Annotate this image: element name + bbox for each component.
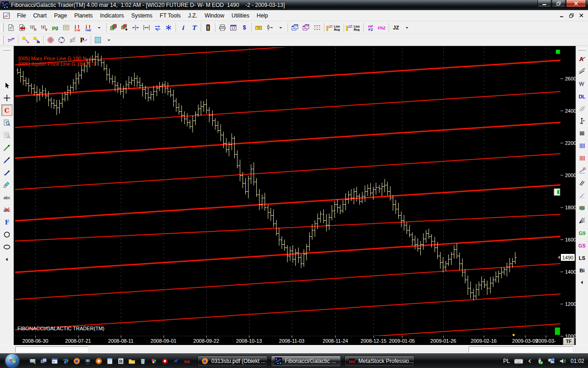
toolbar-grip[interactable] bbox=[1, 35, 4, 45]
more-draw-tools-button[interactable] bbox=[275, 22, 286, 33]
chart-windows-purple-button[interactable] bbox=[300, 22, 311, 33]
scale-value-button[interactable]: v bbox=[39, 22, 50, 33]
hp-fz-button[interactable]: HPFZ bbox=[365, 22, 376, 33]
zoom-page-tool[interactable] bbox=[1, 117, 12, 128]
open-chart-button[interactable] bbox=[17, 22, 28, 33]
tray-keyboard-icon[interactable] bbox=[514, 358, 523, 364]
ellipse-tool[interactable] bbox=[1, 241, 12, 253]
quicklaunch-firefox-icon[interactable] bbox=[73, 357, 80, 365]
magnet-tool[interactable]: C bbox=[1, 104, 12, 116]
marker-tool[interactable] bbox=[1, 179, 12, 190]
add-page-button[interactable] bbox=[119, 22, 130, 33]
more-jz-tools-button[interactable] bbox=[401, 22, 413, 33]
compress-scale-button[interactable] bbox=[130, 22, 141, 33]
tray-network-icon[interactable] bbox=[548, 357, 555, 365]
quicklaunch-internet-explorer-icon[interactable]: e bbox=[62, 357, 69, 365]
angle-text-tool[interactable]: A bbox=[577, 53, 588, 64]
line-green-tool[interactable] bbox=[1, 142, 12, 153]
chart-windows-blue-button[interactable] bbox=[289, 22, 300, 33]
quicklaunch-ns-app-icon[interactable]: NS bbox=[183, 357, 191, 365]
ruler-button[interactable]: WE bbox=[253, 22, 264, 33]
symbol-change-button[interactable]: SYM bbox=[72, 22, 83, 33]
menu-item-indicators[interactable]: Indicators bbox=[96, 11, 128, 20]
minimize-button[interactable] bbox=[537, 0, 551, 7]
line-blue-2-tool[interactable] bbox=[1, 167, 12, 178]
vlines-red-tool[interactable] bbox=[577, 152, 588, 164]
live-range-blue-button[interactable]: LiveRng bbox=[345, 22, 362, 33]
crosshair-tool[interactable] bbox=[1, 92, 12, 104]
fhz-button[interactable]: FhZ bbox=[376, 22, 387, 33]
menu-item-systems[interactable]: Systems bbox=[128, 11, 156, 20]
restore-button[interactable] bbox=[552, 0, 565, 7]
taskbar-button-1[interactable]: 0313stu.pdf (Obiekt ... bbox=[198, 356, 267, 367]
planet-rings-button[interactable] bbox=[45, 34, 56, 46]
toolbar-grip[interactable] bbox=[1, 23, 4, 32]
ls-tool[interactable]: LS bbox=[577, 252, 588, 263]
text-abc-tool[interactable]: abc bbox=[1, 191, 12, 203]
language-indicator[interactable]: PL bbox=[503, 358, 510, 364]
retracement-tool[interactable] bbox=[577, 115, 588, 126]
ephemeris-table-button[interactable] bbox=[92, 34, 103, 46]
more-planet-tools-button[interactable] bbox=[103, 34, 114, 46]
quicklaunch-show-desktop-icon[interactable] bbox=[28, 357, 36, 365]
quicklaunch-color-app-icon[interactable] bbox=[150, 357, 158, 365]
vlines-blue-tool[interactable] bbox=[577, 140, 588, 151]
expand-scale-button[interactable] bbox=[141, 22, 152, 33]
quicklaunch-explorer-window-icon[interactable] bbox=[51, 357, 58, 365]
menu-item-chart[interactable]: Chart bbox=[29, 11, 50, 20]
jz-button[interactable]: JZ bbox=[390, 22, 401, 33]
start-button[interactable] bbox=[6, 354, 19, 368]
price-levels-button[interactable] bbox=[311, 22, 322, 33]
price-chart-canvas[interactable]: 2008-06-302008-07-212008-08-112008-09-01… bbox=[14, 46, 576, 345]
biorhythm-lines-button[interactable] bbox=[6, 34, 17, 46]
scale-natural-button[interactable]: n bbox=[28, 22, 39, 33]
quicklaunch-app-b-icon[interactable]: B bbox=[117, 357, 124, 365]
bi-tool[interactable]: Bi bbox=[577, 264, 588, 276]
traffic-light-button[interactable] bbox=[203, 22, 214, 33]
gs-tool[interactable]: GS bbox=[577, 239, 588, 251]
gann-lines-tool[interactable]: G bbox=[577, 202, 588, 213]
timeframe-button[interactable]: TF bbox=[563, 338, 574, 345]
tray-volume-icon[interactable] bbox=[559, 357, 566, 365]
dollar-scale-button[interactable]: $ bbox=[239, 22, 250, 33]
trend-pens-tool[interactable] bbox=[577, 65, 588, 77]
quicklaunch-blue-bird-icon[interactable] bbox=[172, 357, 180, 365]
dl-tool[interactable]: DL bbox=[577, 90, 588, 102]
shift-one-bar-button[interactable]: 1 bbox=[152, 22, 163, 33]
fan-lines-tool[interactable] bbox=[577, 214, 588, 226]
print-button[interactable] bbox=[217, 22, 228, 33]
menu-item-j-z[interactable]: J.Z. bbox=[184, 11, 201, 20]
scroll-marker-top[interactable] bbox=[556, 50, 560, 54]
delete-text-tool[interactable]: abc bbox=[1, 204, 12, 215]
font-tool[interactable]: F bbox=[1, 216, 12, 228]
tray-collapse-arrow-icon[interactable] bbox=[527, 358, 532, 364]
planet-orbit-button[interactable] bbox=[56, 34, 67, 46]
scroll-thumb[interactable] bbox=[554, 189, 560, 196]
planet-waves-button[interactable]: P bbox=[78, 34, 89, 46]
taskbar-button-2[interactable]: Fibonacci/Galactic ... bbox=[271, 356, 341, 367]
menu-item-utilities[interactable]: Utilities bbox=[228, 11, 253, 20]
mini-chart-tool[interactable] bbox=[577, 165, 588, 176]
quicklaunch-media-player-icon[interactable] bbox=[95, 357, 102, 365]
menu-item-planets[interactable]: Planets bbox=[71, 11, 96, 20]
planet-trail-button[interactable] bbox=[20, 34, 31, 46]
tile-pages-button[interactable] bbox=[108, 22, 119, 33]
toolbar-grip[interactable] bbox=[3, 48, 11, 51]
hlines-tool[interactable] bbox=[577, 127, 588, 139]
circle-tool[interactable] bbox=[1, 229, 12, 240]
parallel-lines-tool[interactable] bbox=[577, 177, 588, 189]
angle-dotted-tool[interactable] bbox=[577, 190, 588, 201]
bar-picker-button[interactable] bbox=[264, 22, 275, 33]
tray-power-plug-icon[interactable] bbox=[536, 357, 543, 365]
quicklaunch-notepad-icon[interactable] bbox=[106, 357, 113, 365]
close-button[interactable] bbox=[566, 0, 586, 7]
zoom-out-tool[interactable] bbox=[1, 129, 12, 141]
angles-tool[interactable] bbox=[577, 103, 588, 114]
window-grid-button[interactable] bbox=[61, 22, 72, 33]
time-change-button[interactable]: TIME bbox=[83, 22, 94, 33]
center-chart-button[interactable] bbox=[163, 22, 174, 33]
scroll-marker-bottom[interactable] bbox=[555, 328, 560, 335]
menu-item-file[interactable]: File bbox=[13, 11, 29, 20]
planet-lines-button[interactable] bbox=[67, 34, 78, 46]
info-pointer-button[interactable]: i bbox=[177, 22, 188, 33]
